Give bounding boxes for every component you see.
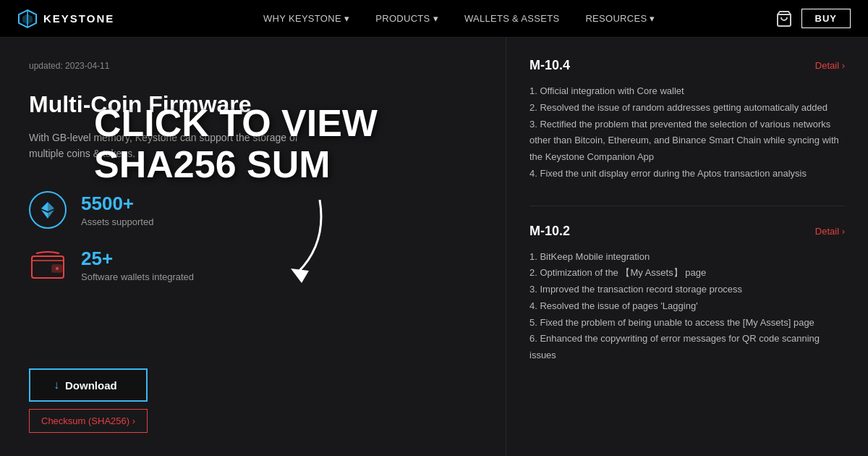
main-container: updated: 2023-04-11 Multi-Coin Firmware … bbox=[0, 38, 868, 456]
svg-marker-6 bbox=[48, 210, 54, 219]
svg-marker-4 bbox=[48, 202, 54, 211]
svg-point-10 bbox=[56, 267, 59, 270]
cart-icon[interactable] bbox=[775, 10, 793, 28]
chevron-down-icon: ▾ bbox=[433, 13, 438, 24]
version-header-1: M-10.4 Detail › bbox=[529, 58, 845, 73]
ethereum-icon bbox=[29, 191, 67, 229]
download-arrow-icon: ↓ bbox=[54, 379, 59, 392]
version-notes-1: 1. Official integration with Core wallet… bbox=[529, 83, 845, 182]
nav-links: WHY KEYSTONE ▾ PRODUCTS ▾ WALLETS & ASSE… bbox=[143, 13, 775, 24]
stat-wallets-info: 25+ Software wallets integrated bbox=[81, 248, 194, 282]
left-panel: updated: 2023-04-11 Multi-Coin Firmware … bbox=[0, 38, 506, 456]
divider bbox=[529, 206, 845, 206]
firmware-description: With GB-level memory, Keystone can suppo… bbox=[29, 130, 333, 162]
logo-text: KEYSTONE bbox=[43, 12, 114, 25]
stat-assets: 5500+ Assets supported bbox=[29, 191, 477, 229]
stat-assets-label: Assets supported bbox=[81, 216, 153, 227]
stat-assets-info: 5500+ Assets supported bbox=[81, 193, 153, 227]
note-2-3: 3. Improved the transaction record stora… bbox=[529, 282, 845, 298]
checksum-button[interactable]: Checksum (SHA256) › bbox=[29, 409, 148, 433]
nav-why-keystone[interactable]: WHY KEYSTONE ▾ bbox=[250, 13, 362, 24]
stat-wallets: 25+ Software wallets integrated bbox=[29, 246, 477, 284]
navigation: KEYSTONE WHY KEYSTONE ▾ PRODUCTS ▾ WALLE… bbox=[0, 0, 868, 38]
svg-marker-7 bbox=[41, 210, 48, 219]
buy-button[interactable]: BUY bbox=[801, 9, 851, 28]
download-button[interactable]: ↓ Download bbox=[29, 368, 148, 402]
version-header-2: M-10.2 Detail › bbox=[529, 224, 845, 239]
keystone-logo-icon bbox=[17, 9, 38, 29]
nav-resources[interactable]: RESOURCES ▾ bbox=[572, 13, 668, 24]
nav-actions: BUY bbox=[775, 9, 851, 28]
note-2-6: 6. Enhanced the copywriting of error mes… bbox=[529, 331, 845, 364]
detail-link-2[interactable]: Detail › bbox=[815, 226, 845, 237]
updated-label: updated: 2023-04-11 bbox=[29, 61, 477, 71]
note-2-2: 2. Optimization of the 【My Assets】 page bbox=[529, 265, 845, 282]
firmware-title: Multi-Coin Firmware bbox=[29, 91, 477, 118]
stat-wallets-label: Software wallets integrated bbox=[81, 271, 194, 282]
detail-link-1[interactable]: Detail › bbox=[815, 60, 845, 71]
note-2-5: 5. Fixed the problem of being unable to … bbox=[529, 315, 845, 332]
stat-wallets-number: 25+ bbox=[81, 248, 194, 270]
action-buttons: ↓ Download Checksum (SHA256) › bbox=[29, 368, 148, 433]
note-2-4: 4. Resolved the issue of pages 'Lagging' bbox=[529, 298, 845, 315]
logo[interactable]: KEYSTONE bbox=[17, 9, 114, 29]
nav-wallets-assets[interactable]: WALLETS & ASSETS bbox=[451, 13, 572, 24]
chevron-down-icon: ▾ bbox=[650, 13, 655, 24]
stats-row: 5500+ Assets supported bbox=[29, 191, 477, 284]
note-1-3: 3. Rectified the problem that prevented … bbox=[529, 117, 845, 166]
note-1-2: 2. Resolved the issue of random addresse… bbox=[529, 100, 845, 117]
wallet-icon-wrap bbox=[29, 246, 67, 284]
version-notes-2: 1. BitKeep Mobile integration 2. Optimiz… bbox=[529, 249, 845, 364]
nav-products[interactable]: PRODUCTS ▾ bbox=[362, 13, 451, 24]
svg-marker-5 bbox=[41, 202, 48, 211]
version-title-1: M-10.4 bbox=[529, 58, 570, 73]
version-section-2: M-10.2 Detail › 1. BitKeep Mobile integr… bbox=[529, 224, 845, 364]
wallet-icon bbox=[29, 246, 67, 284]
note-1-4: 4. Fixed the unit display error during t… bbox=[529, 166, 845, 182]
chevron-down-icon: ▾ bbox=[344, 13, 349, 24]
version-title-2: M-10.2 bbox=[529, 224, 570, 239]
note-2-1: 1. BitKeep Mobile integration bbox=[529, 249, 845, 266]
right-panel: M-10.4 Detail › 1. Official integration … bbox=[506, 38, 868, 456]
stat-assets-number: 5500+ bbox=[81, 193, 153, 215]
version-section-1: M-10.4 Detail › 1. Official integration … bbox=[529, 58, 845, 182]
eth-icon-wrap bbox=[29, 191, 67, 229]
note-1-1: 1. Official integration with Core wallet bbox=[529, 83, 845, 100]
